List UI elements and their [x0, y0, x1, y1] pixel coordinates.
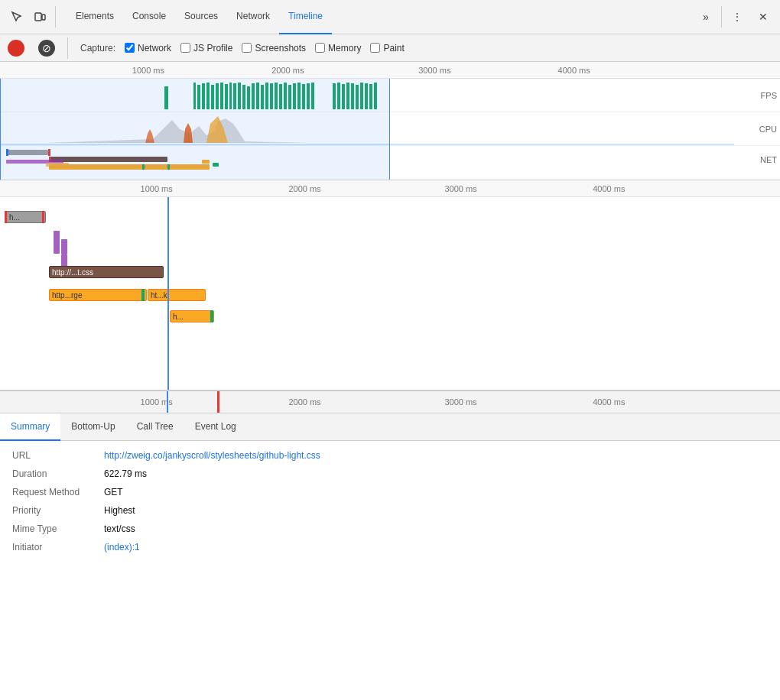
summary-method-row: Request Method GET: [12, 487, 768, 497]
main-time-4000: 4000 ms: [593, 184, 625, 193]
network-rows: h... http://...t.css http...rge ht...k: [0, 197, 780, 391]
req-marker-red-2: [42, 211, 44, 223]
svg-rect-14: [242, 85, 245, 109]
initiator-value[interactable]: (index):1: [104, 542, 140, 553]
divider-1: [55, 6, 56, 28]
svg-rect-43: [49, 164, 210, 170]
request-bar-html[interactable]: h...: [6, 211, 46, 223]
svg-rect-25: [293, 83, 296, 109]
svg-rect-42: [49, 157, 167, 162]
method-label: Request Method: [12, 487, 104, 497]
green-marker-2: [210, 310, 213, 322]
devtools-close-button[interactable]: ✕: [752, 6, 774, 28]
cursor-icon[interactable]: [6, 6, 28, 28]
capture-jsprofile[interactable]: JS Profile: [180, 43, 232, 53]
bottom-time-4000: 4000 ms: [593, 397, 625, 407]
svg-rect-2: [164, 86, 168, 109]
capture-screenshots[interactable]: Screenshots: [242, 43, 306, 53]
svg-rect-36: [360, 83, 363, 109]
fps-track: FPS: [0, 79, 780, 112]
svg-rect-39: [374, 83, 377, 109]
timeline-overview[interactable]: 1000 ms 2000 ms 3000 ms 4000 ms FPS: [0, 62, 780, 180]
duration-value: 622.79 ms: [104, 468, 147, 479]
svg-rect-33: [346, 83, 349, 109]
devtools-menu-button[interactable]: ⋮: [726, 6, 748, 28]
svg-rect-47: [142, 164, 145, 170]
green-marker-1: [141, 289, 145, 301]
request-bar-css[interactable]: http://...t.css: [49, 266, 164, 278]
svg-rect-10: [225, 84, 228, 109]
svg-rect-8: [216, 83, 219, 109]
svg-rect-48: [167, 164, 170, 170]
svg-rect-20: [270, 83, 273, 109]
req-small-2: [61, 239, 67, 254]
tab-elements[interactable]: Elements: [67, 0, 123, 34]
svg-rect-15: [247, 86, 250, 109]
net-chart: [0, 146, 734, 173]
svg-rect-27: [302, 84, 305, 109]
svg-rect-44: [6, 149, 8, 156]
request-bar-js1[interactable]: http...rge: [49, 289, 147, 301]
time-label-1000: 1000 ms: [132, 66, 164, 75]
summary-priority-row: Priority Highest: [12, 505, 768, 516]
time-label-4000: 4000 ms: [558, 66, 590, 75]
summary-tabs: Summary Bottom-Up Call Tree Event Log: [0, 413, 780, 441]
svg-rect-19: [265, 83, 268, 109]
svg-rect-16: [252, 83, 255, 109]
tab-console[interactable]: Console: [123, 0, 175, 34]
devtools-tabbar: Elements Console Sources Network Timelin…: [0, 0, 780, 34]
svg-rect-53: [213, 163, 219, 167]
svg-rect-32: [342, 84, 345, 109]
main-time-1000: 1000 ms: [141, 184, 173, 193]
capture-memory[interactable]: Memory: [315, 43, 361, 53]
svg-rect-9: [220, 83, 223, 109]
tab-bottom-up[interactable]: Bottom-Up: [60, 413, 125, 441]
capture-paint[interactable]: Paint: [370, 43, 404, 53]
timeline-main[interactable]: 1000 ms 2000 ms 3000 ms 4000 ms h... htt…: [0, 180, 780, 391]
bottom-time-3000: 3000 ms: [444, 397, 476, 407]
request-bar-js3[interactable]: h...: [170, 310, 214, 322]
summary-initiator-row: Initiator (index):1: [12, 542, 768, 553]
svg-rect-45: [48, 149, 50, 156]
svg-rect-28: [307, 83, 310, 109]
tab-call-tree[interactable]: Call Tree: [126, 413, 184, 441]
priority-value: Highest: [104, 505, 135, 516]
tab-timeline[interactable]: Timeline: [279, 0, 332, 34]
svg-rect-18: [261, 85, 264, 109]
mime-value: text/css: [104, 523, 135, 534]
initiator-label: Initiator: [12, 542, 104, 553]
duration-label: Duration: [12, 468, 104, 479]
svg-rect-4: [197, 85, 200, 109]
record-button[interactable]: [8, 40, 24, 57]
priority-label: Priority: [12, 505, 104, 516]
cpu-chart: [0, 112, 734, 146]
req-small-1: [54, 231, 60, 254]
svg-rect-6: [206, 83, 210, 109]
capture-network[interactable]: Network: [125, 43, 171, 53]
tab-summary[interactable]: Summary: [0, 413, 60, 441]
clear-button[interactable]: [38, 40, 55, 57]
tab-sources[interactable]: Sources: [175, 0, 227, 34]
capture-bar: Capture: Network JS Profile Screenshots …: [0, 34, 780, 62]
svg-rect-34: [351, 83, 354, 109]
svg-rect-13: [238, 83, 241, 109]
fps-chart: [0, 79, 734, 112]
url-value[interactable]: http://zweig.co/jankyscroll/stylesheets/…: [104, 450, 320, 461]
devtools-window: Elements Console Sources Network Timelin…: [0, 0, 780, 700]
svg-rect-26: [297, 83, 301, 109]
mime-label: Mime Type: [12, 523, 104, 534]
request-bar-js2[interactable]: ht...k: [148, 289, 206, 301]
net-track: NET: [0, 146, 780, 173]
svg-rect-0: [35, 13, 41, 21]
summary-mime-row: Mime Type text/css: [12, 523, 768, 534]
req-marker-red-1: [5, 211, 7, 223]
more-tabs-button[interactable]: »: [695, 6, 717, 28]
svg-rect-29: [311, 83, 314, 109]
marker-red: [217, 391, 219, 413]
device-icon[interactable]: [29, 6, 50, 28]
svg-rect-51: [64, 166, 72, 169]
tab-network[interactable]: Network: [227, 0, 279, 34]
tab-event-log[interactable]: Event Log: [184, 413, 247, 441]
main-time-2000: 2000 ms: [288, 184, 320, 193]
cpu-track: CPU: [0, 112, 780, 146]
